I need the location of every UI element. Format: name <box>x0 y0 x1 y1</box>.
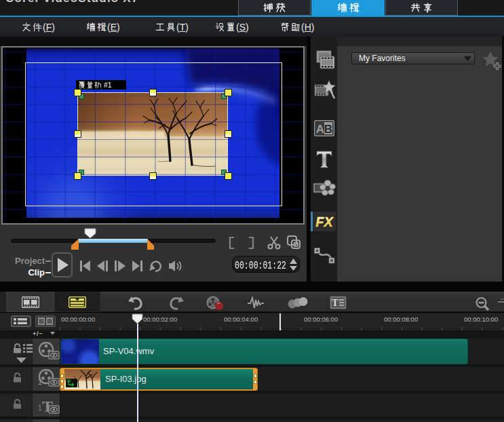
svg-text:A: A <box>316 123 324 136</box>
svg-text:FX: FX <box>315 214 334 229</box>
svg-text:T: T <box>332 298 338 308</box>
svg-text:B: B <box>324 123 332 136</box>
